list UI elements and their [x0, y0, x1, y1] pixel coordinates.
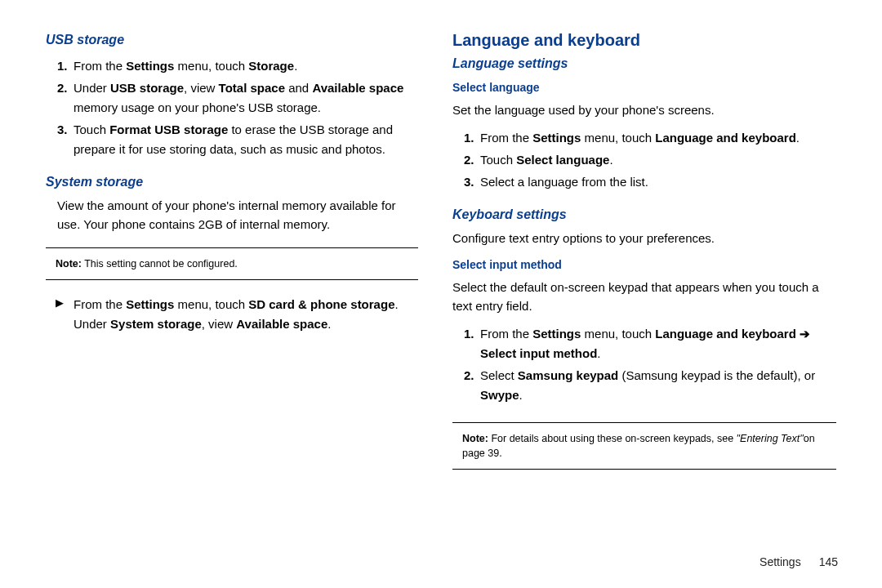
list-content: Select a language from the list.	[480, 172, 836, 192]
divider	[46, 247, 418, 248]
divider	[452, 422, 836, 423]
system-storage-heading: System storage	[46, 175, 418, 189]
list-item: 1. From the Settings menu, touch Languag…	[452, 324, 836, 363]
usb-storage-list: 1. From the Settings menu, touch Storage…	[46, 54, 418, 162]
list-item: 3. Select a language from the list.	[452, 172, 836, 192]
select-language-heading: Select language	[452, 81, 836, 94]
system-storage-body: View the amount of your phone's internal…	[57, 196, 418, 234]
select-input-method-body: Select the default on-screen keypad that…	[452, 278, 836, 316]
note-text: Note: This setting cannot be configured.	[46, 253, 418, 274]
language-settings-heading: Language settings	[452, 56, 836, 71]
list-content: From the Settings menu, touch Language a…	[480, 324, 836, 363]
list-marker: 1.	[46, 56, 74, 76]
list-item: 2. Select Samsung keypad (Samsung keypad…	[452, 366, 836, 405]
list-content: From the Settings menu, touch Storage.	[74, 56, 418, 76]
list-marker: 3.	[46, 120, 74, 159]
list-marker: 2.	[452, 150, 480, 170]
divider	[46, 279, 418, 280]
manual-page: USB storage 1. From the Settings menu, t…	[0, 0, 882, 588]
list-content: Touch Select language.	[480, 150, 836, 170]
list-content: From the Settings menu, touch Language a…	[480, 128, 836, 148]
footer-section: Settings	[760, 555, 801, 568]
list-marker: 2.	[46, 78, 74, 118]
note-text: Note: For details about using these on-s…	[452, 428, 836, 464]
divider	[452, 469, 836, 470]
arrow-icon: ➔	[796, 327, 810, 341]
keyboard-settings-heading: Keyboard settings	[452, 207, 836, 222]
list-marker: 1.	[452, 324, 480, 363]
system-storage-bullet-list: ▶ From the Settings menu, touch SD card …	[46, 295, 418, 334]
list-item: ▶ From the Settings menu, touch SD card …	[46, 295, 418, 334]
keyboard-settings-body: Configure text entry options to your pre…	[452, 229, 836, 247]
list-content: Under USB storage, view Total space and …	[74, 78, 418, 118]
list-item: 2. Under USB storage, view Total space a…	[46, 78, 418, 118]
page-footer: Settings145	[760, 555, 838, 568]
select-input-method-heading: Select input method	[452, 258, 836, 271]
list-item: 1. From the Settings menu, touch Storage…	[46, 56, 418, 76]
select-language-list: 1. From the Settings menu, touch Languag…	[452, 126, 836, 194]
usb-storage-heading: USB storage	[46, 33, 418, 47]
footer-page-number: 145	[819, 555, 838, 568]
list-item: 1. From the Settings menu, touch Languag…	[452, 128, 836, 148]
select-input-method-list: 1. From the Settings menu, touch Languag…	[452, 322, 836, 408]
list-marker: 3.	[452, 172, 480, 192]
list-content: From the Settings menu, touch SD card & …	[74, 295, 418, 334]
list-content: Touch Format USB storage to erase the US…	[74, 120, 418, 159]
list-marker: 1.	[452, 128, 480, 148]
bullet-icon: ▶	[46, 295, 74, 334]
left-column: USB storage 1. From the Settings menu, t…	[34, 24, 441, 572]
list-item: 2. Touch Select language.	[452, 150, 836, 170]
list-marker: 2.	[452, 366, 480, 405]
list-item: 3. Touch Format USB storage to erase the…	[46, 120, 418, 159]
list-content: Select Samsung keypad (Samsung keypad is…	[480, 366, 836, 405]
note-block: Note: This setting cannot be configured.	[46, 243, 418, 285]
language-keyboard-heading: Language and keyboard	[452, 31, 836, 50]
select-language-body: Set the language used by your phone's sc…	[452, 100, 836, 119]
note-block: Note: For details about using these on-s…	[452, 417, 836, 474]
right-column: Language and keyboard Language settings …	[441, 24, 848, 572]
